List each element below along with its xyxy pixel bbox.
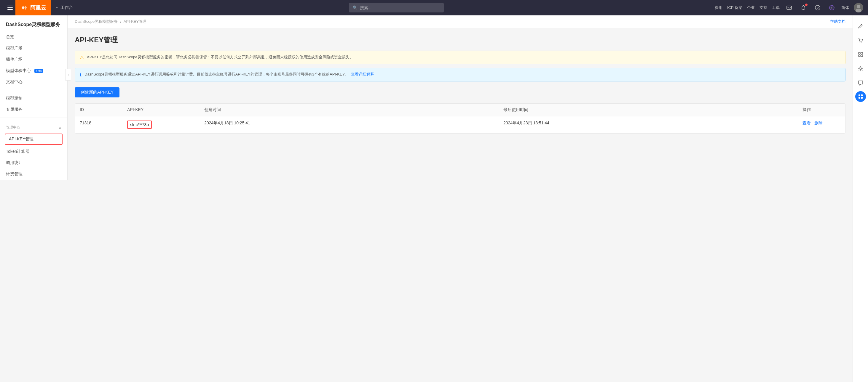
right-chat-btn[interactable] <box>855 77 867 89</box>
sidebar-item-token-calc[interactable]: Token计算器 <box>0 146 67 157</box>
nav-action-icp[interactable]: ICP 备案 <box>727 5 742 10</box>
svg-rect-0 <box>7 6 13 6</box>
svg-point-8 <box>857 5 860 8</box>
svg-rect-3 <box>787 6 792 9</box>
right-settings-btn[interactable] <box>855 63 867 75</box>
svg-rect-18 <box>861 95 863 96</box>
content-breadcrumb: DashScope灵积模型服务 / API-KEY管理 <box>75 19 147 24</box>
sidebar-item-call-stats[interactable]: 调用统计 <box>0 157 67 169</box>
right-grid-active-btn[interactable] <box>855 91 866 102</box>
cell-apikey: sk-c****3b <box>122 116 199 133</box>
create-apikey-button[interactable]: 创建新的API-KEY <box>75 88 120 97</box>
apikey-table: ID API-KEY 创建时间 最后使用时间 操作 71318 sk-c****… <box>75 103 845 134</box>
col-header-last-use-time: 最后使用时间 <box>499 104 798 116</box>
main-layout: DashScope灵积模型服务 总览 模型广场 插件广场 模型体验中心 beta… <box>0 15 868 382</box>
bell-icon-btn[interactable] <box>799 3 808 12</box>
sidebar-item-label: API-KEY管理 <box>9 137 33 142</box>
table-row: 71318 sk-c****3b 2024年4月18日 10:25:41 202… <box>75 116 845 133</box>
question-icon-btn[interactable]: ? <box>813 3 823 12</box>
top-navigation: 阿里云 ⌂ 工作台 🔍 费用 ICP 备案 企业 支持 工单 ? ✦ 简体 <box>0 0 868 15</box>
search-area: 🔍 <box>78 3 714 12</box>
user-avatar[interactable] <box>854 3 863 12</box>
sidebar-item-doc-center[interactable]: 文档中心 <box>0 76 67 88</box>
beta-badge: beta <box>34 69 43 73</box>
sidebar-item-label: 插件广场 <box>6 57 23 62</box>
help-docs-link[interactable]: 帮助文档 <box>830 19 845 24</box>
chevron-left-icon: ‹ <box>68 73 68 76</box>
alert-info-link[interactable]: 查看详细解释 <box>351 72 374 76</box>
alert-info: ℹ DashScope灵积模型服务通过API-KEY进行调用鉴权和计量计费。目前… <box>75 68 845 81</box>
info-icon: ℹ <box>80 72 82 78</box>
svg-rect-2 <box>7 9 13 10</box>
search-input[interactable] <box>360 5 440 10</box>
mail-icon-btn[interactable] <box>784 3 794 12</box>
nav-action-support[interactable]: 支持 <box>760 5 767 10</box>
search-bar[interactable]: 🔍 <box>349 3 444 12</box>
logo[interactable]: 阿里云 <box>16 0 51 15</box>
svg-rect-14 <box>859 55 860 57</box>
right-sidebar <box>852 15 868 382</box>
sidebar-item-label: Token计算器 <box>6 149 29 154</box>
chevron-up-icon[interactable]: ∧ <box>59 126 61 130</box>
col-header-create-time: 创建时间 <box>199 104 499 116</box>
sidebar-wrapper: DashScope灵积模型服务 总览 模型广场 插件广场 模型体验中心 beta… <box>0 15 68 382</box>
sidebar-item-label: 模型定制 <box>6 96 23 101</box>
table-header-row: ID API-KEY 创建时间 最后使用时间 操作 <box>75 104 845 116</box>
sidebar-item-label: 总览 <box>6 34 14 40</box>
notification-badge <box>805 4 808 6</box>
nav-action-enterprise[interactable]: 企业 <box>747 5 755 10</box>
sidebar-item-model-customize[interactable]: 模型定制 <box>0 93 67 104</box>
alert-info-text: DashScope灵积模型服务通过API-KEY进行调用鉴权和计量计费。目前仅支… <box>85 72 374 77</box>
hamburger-button[interactable] <box>5 2 16 13</box>
content-header: DashScope灵积模型服务 / API-KEY管理 帮助文档 <box>68 15 852 28</box>
sidebar-item-model-square[interactable]: 模型广场 <box>0 43 67 54</box>
star-icon-btn[interactable]: ✦ <box>827 3 837 12</box>
svg-point-16 <box>860 68 862 70</box>
nav-action-cost[interactable]: 费用 <box>715 5 722 10</box>
warning-icon: ⚠ <box>80 55 84 60</box>
breadcrumb-current: API-KEY管理 <box>124 19 147 24</box>
alert-warning: ⚠ API-KEY是您访问DashScope灵积模型服务的密钥，请您务必妥善保管… <box>75 50 845 64</box>
right-edit-btn[interactable] <box>855 20 867 32</box>
sidebar-item-label: 计费管理 <box>6 171 23 177</box>
sidebar-collapse-toggle[interactable]: ‹ <box>65 69 71 80</box>
sidebar-item-apikey-mgmt[interactable]: API-KEY管理 <box>5 134 63 145</box>
sidebar-item-billing-mgmt[interactable]: 计费管理 <box>0 169 67 180</box>
sidebar-divider <box>0 90 67 90</box>
svg-rect-15 <box>861 55 863 57</box>
sidebar-item-label: 模型体验中心 <box>6 68 31 73</box>
svg-rect-1 <box>7 7 13 8</box>
sidebar-title: DashScope灵积模型服务 <box>0 15 67 31</box>
col-header-apikey: API-KEY <box>122 104 199 116</box>
sidebar-item-overview[interactable]: 总览 <box>0 31 67 43</box>
page-title: API-KEY管理 <box>75 35 845 45</box>
nav-action-ticket[interactable]: 工单 <box>772 5 780 10</box>
col-header-id: ID <box>75 104 122 116</box>
sidebar: DashScope灵积模型服务 总览 模型广场 插件广场 模型体验中心 beta… <box>0 15 68 180</box>
search-icon: 🔍 <box>352 5 358 10</box>
sidebar-item-model-experience[interactable]: 模型体验中心 beta <box>0 65 67 76</box>
logo-text: 阿里云 <box>30 4 46 11</box>
section-title-admin: 管理中心 ∧ <box>0 120 67 132</box>
page-body: API-KEY管理 ⚠ API-KEY是您访问DashScope灵积模型服务的密… <box>68 28 852 141</box>
sidebar-item-plugin-square[interactable]: 插件广场 <box>0 54 67 65</box>
breadcrumb-parent[interactable]: DashScope灵积模型服务 <box>75 19 118 24</box>
svg-rect-20 <box>861 97 863 99</box>
top-breadcrumb-text[interactable]: 工作台 <box>60 5 73 10</box>
col-header-actions: 操作 <box>798 104 845 116</box>
lang-selector[interactable]: 简体 <box>841 5 849 10</box>
sidebar-item-label: 调用统计 <box>6 160 23 166</box>
right-cart-btn[interactable] <box>855 34 867 46</box>
delete-apikey-link[interactable]: 删除 <box>814 120 823 125</box>
svg-rect-19 <box>859 97 860 99</box>
cell-create-time: 2024年4月18日 10:25:41 <box>199 116 499 133</box>
svg-rect-17 <box>859 95 860 96</box>
svg-rect-13 <box>861 53 863 54</box>
sidebar-item-exclusive-service[interactable]: 专属服务 <box>0 104 67 115</box>
view-apikey-link[interactable]: 查看 <box>803 120 811 125</box>
svg-text:✦: ✦ <box>831 6 833 9</box>
sidebar-menu: 总览 模型广场 插件广场 模型体验中心 beta 文档中心 模型定制 <box>0 31 67 180</box>
right-app-btn[interactable] <box>855 48 867 60</box>
top-breadcrumb: ⌂ 工作台 <box>51 5 78 10</box>
cell-id: 71318 <box>75 116 122 133</box>
